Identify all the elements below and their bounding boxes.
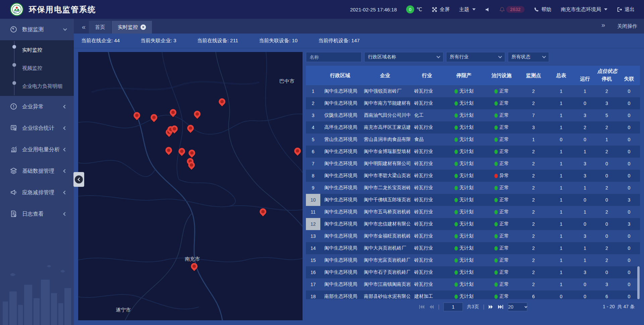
name-filter-input[interactable] bbox=[306, 52, 362, 62]
sidebar-item-0[interactable]: 数据监测 bbox=[0, 19, 74, 40]
sidebar-subitem-0-1[interactable]: 视频监控 bbox=[0, 59, 74, 77]
help-button[interactable]: 帮助 bbox=[534, 6, 551, 13]
tab-close-icon[interactable]: × bbox=[141, 24, 146, 30]
logout-button[interactable]: 退出 bbox=[617, 6, 635, 13]
speaker-muted-icon bbox=[485, 7, 490, 12]
fullscreen-button[interactable]: 全屏 bbox=[432, 6, 450, 13]
sidebar-item-1[interactable]: 企业异常 bbox=[0, 96, 74, 117]
first-page-button[interactable] bbox=[419, 305, 425, 309]
table-row-11[interactable]: 11阆中生态环境局阆中市五马桥页岩机砖砖瓦行业无计划正常21120 bbox=[306, 206, 640, 218]
table-row-5[interactable]: 5营山生态环境局营山县润丰肉食品有限食品无计划正常10010 bbox=[306, 133, 640, 146]
stat-item-4: 当前停机设备: 147 bbox=[318, 38, 360, 44]
cell-meter: 1 bbox=[548, 109, 575, 121]
table-row-6[interactable]: 6阆中生态环境局阆中市金博瑞新型墙材砖瓦行业无计划正常21120 bbox=[306, 146, 640, 158]
table-row-18[interactable]: 18南部生态环境局南部县砂仙水泥有限公建材加工无计划正常60060 bbox=[306, 290, 640, 299]
sidebar-item-3[interactable]: 企业用电量分析 bbox=[0, 139, 74, 160]
page-number-input[interactable] bbox=[443, 303, 463, 311]
tabs-scroll-left-icon[interactable]: « bbox=[78, 23, 89, 34]
table-row-10[interactable]: 10阆中生态环境局阆中千佛镇五郎垭页岩砖瓦行业无计划正常21003 bbox=[306, 194, 640, 206]
table-row-16[interactable]: 16阆中生态环境局阆中市石子页岩机砖厂砖瓦行业无计划正常21300 bbox=[306, 266, 640, 278]
page-size-select[interactable]: 20 bbox=[508, 303, 527, 311]
page-title: 环保用电监管系统 bbox=[29, 4, 96, 15]
cell-monitor: 2 bbox=[519, 158, 548, 170]
table-row-15[interactable]: 15阆中生态环境局阆中市光富页岩机砖厂砖瓦行业无计划正常21120 bbox=[306, 254, 640, 266]
status-dot-green bbox=[494, 162, 498, 166]
cell-region: 阆中生态环境局 bbox=[320, 278, 360, 290]
map-city-label: 南充市 bbox=[185, 256, 200, 262]
cell-region: 阆中生态环境局 bbox=[320, 218, 360, 230]
tab-home[interactable]: 首页 bbox=[89, 21, 111, 34]
cell-meter: 1 bbox=[548, 278, 575, 290]
tab-realtime-monitor[interactable]: 实时监控 × bbox=[112, 21, 152, 34]
alert-circle-icon bbox=[10, 103, 17, 110]
cell-rownum: 5 bbox=[306, 133, 320, 146]
sidebar-subitem-0-0[interactable]: 实时监控 bbox=[0, 41, 74, 59]
organization-dropdown[interactable]: 南充市生态环境局 bbox=[561, 6, 607, 13]
sidebar-item-2[interactable]: 企业综合统计 bbox=[0, 117, 74, 139]
cell-facility: 正常 bbox=[484, 290, 519, 299]
close-operations-button[interactable]: 关闭操作 bbox=[617, 23, 637, 30]
cell-monitor: 2 bbox=[519, 170, 548, 182]
map-collapse-handle[interactable] bbox=[73, 172, 84, 187]
map-panel[interactable]: 巴中市南充市遂宁市 bbox=[78, 52, 303, 320]
cell-meter: 1 bbox=[548, 194, 575, 206]
region-filter-select[interactable]: 行政区域名称 bbox=[364, 52, 443, 62]
chevron-left-icon bbox=[63, 191, 67, 194]
cell-run: 1 bbox=[575, 146, 595, 158]
industry-filter-select[interactable]: 所有行业 bbox=[446, 52, 505, 62]
cell-run: 0 bbox=[575, 278, 595, 290]
theme-dropdown[interactable]: 主题 bbox=[459, 6, 476, 13]
chevron-left-icon bbox=[75, 175, 83, 183]
status-dot-red bbox=[494, 174, 498, 178]
table-row-12[interactable]: 12阆中生态环境局阆中市忠信建材有限公砖瓦行业无计划正常21003 bbox=[306, 218, 640, 230]
table-row-14[interactable]: 14阆中生态环境局阆中大兴页岩机砖厂砖瓦行业无计划正常21120 bbox=[306, 242, 640, 254]
last-page-button[interactable] bbox=[498, 305, 504, 309]
mute-button[interactable] bbox=[485, 7, 490, 12]
cell-company: 南充市高坪区王家店建 bbox=[360, 121, 410, 133]
cell-halt: 3 bbox=[595, 278, 618, 290]
sidebar-item-6[interactable]: 日志查看 bbox=[0, 203, 74, 225]
cell-region: 阆中生态环境局 bbox=[320, 146, 360, 158]
table-row-3[interactable]: 3仪陇生态环境局西南油气田分公司川中化工无计划正常71350 bbox=[306, 109, 640, 121]
cell-halt: 0 bbox=[595, 170, 618, 182]
table-row-2[interactable]: 2阆中生态环境局阆中市南方节能建材有砖瓦行业无计划正常21030 bbox=[306, 97, 640, 109]
cell-region: 阆中生态环境局 bbox=[320, 158, 360, 170]
table-row-13[interactable]: 13阆中生态环境局阆中市金福旺页岩机砖砖瓦行业无计划正常21300 bbox=[306, 230, 640, 242]
cell-rownum: 18 bbox=[306, 290, 320, 299]
col-company: 企业 bbox=[360, 66, 410, 85]
sidebar-item-4[interactable]: 基础数据管理 bbox=[0, 160, 74, 182]
table-row-17[interactable]: 17阆中生态环境局阆中市江南镇阆南页岩砖瓦行业无计划正常21030 bbox=[306, 278, 640, 290]
sidebar-item-5[interactable]: 应急减排管理 bbox=[0, 182, 74, 203]
cell-monitor: 2 bbox=[519, 85, 548, 97]
prev-page-button[interactable] bbox=[429, 305, 434, 309]
datetime: 2021-02-25 17:46:18 bbox=[350, 7, 397, 12]
next-page-button[interactable] bbox=[488, 305, 494, 309]
col-industry: 行业 bbox=[410, 66, 444, 85]
fullscreen-icon bbox=[432, 7, 437, 12]
table-row-7[interactable]: 7阆中生态环境局阆中明阳建材有限公司砖瓦行业无计划正常21300 bbox=[306, 158, 640, 170]
table-row-1[interactable]: 1阆中生态环境局阆中强锐页岩砖厂砖瓦行业无计划正常21120 bbox=[306, 85, 640, 97]
cell-halt: 2 bbox=[595, 242, 618, 254]
chevron-left-icon bbox=[63, 105, 67, 108]
table-row-8[interactable]: 8阆中生态环境局阆中市枣碧大梁山页岩砖瓦行业无计划异常21300 bbox=[306, 170, 640, 182]
enterprise-table-panel: 行政区域名称 所有行业 所有状态 行政区域 企业 bbox=[306, 52, 640, 315]
app-header: 环保用电监管系统 2021-02-25 17:46:18 0 ℃ 全屏 主题 bbox=[0, 0, 644, 19]
cell-limit: 无计划 bbox=[444, 194, 484, 206]
cell-limit: 无计划 bbox=[444, 133, 484, 146]
table-row-4[interactable]: 4高坪生态环境局南充市高坪区王家店建砖瓦行业无计划正常31220 bbox=[306, 121, 640, 133]
cell-facility: 正常 bbox=[484, 97, 519, 109]
cell-limit: 无计划 bbox=[444, 146, 484, 158]
phone-icon bbox=[534, 7, 539, 12]
chevron-left-icon bbox=[63, 169, 67, 173]
status-dot-green bbox=[494, 270, 498, 275]
cell-industry: 砖瓦行业 bbox=[410, 266, 444, 278]
tabs-scroll-right-icon[interactable]: » bbox=[598, 21, 608, 32]
status-filter-select[interactable]: 所有状态 bbox=[508, 52, 549, 62]
table-scrollbar[interactable] bbox=[637, 266, 640, 299]
notifications[interactable]: 2632 bbox=[499, 6, 525, 13]
sidebar-subitem-0-2[interactable]: 企业电力负荷明细 bbox=[0, 77, 74, 95]
record-range-label: 1 - 20 共 47 条 bbox=[603, 304, 635, 310]
cell-monitor: 3 bbox=[519, 121, 548, 133]
table-row-9[interactable]: 9阆中生态环境局阆中市二龙长宝页岩砖砖瓦行业无计划正常21120 bbox=[306, 182, 640, 194]
col-rownum bbox=[306, 66, 320, 85]
